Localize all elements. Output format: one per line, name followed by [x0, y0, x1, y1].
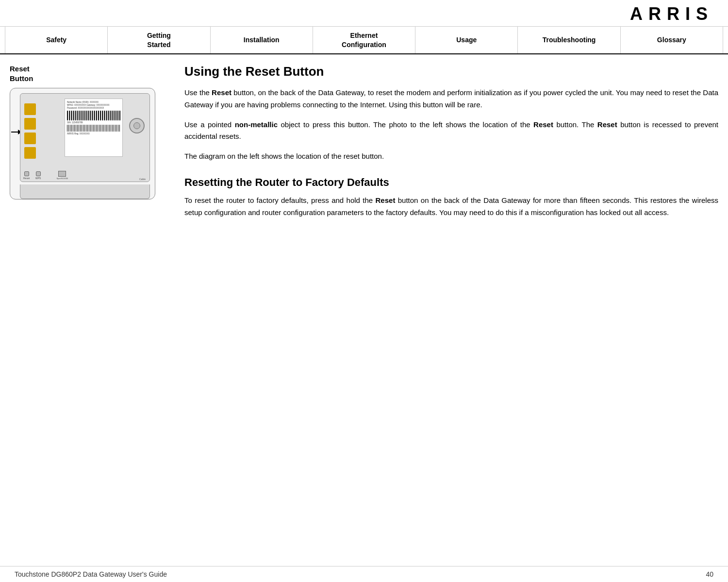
label-line-2: WPA2: XXXXXXXX Gateway: XXXXXXXXX: [67, 104, 120, 106]
main-section-title: Using the Reset Button: [184, 64, 718, 79]
device-button-3: [24, 133, 36, 144]
reset-label-small: Reset: [23, 177, 30, 180]
arrow-line: [11, 132, 18, 133]
navigation-bar: Safety Getting Started Installation Ethe…: [0, 27, 728, 54]
content-para-2: Use a pointed non-metallic object to pre…: [184, 119, 718, 143]
cable-label: Cable: [139, 178, 146, 181]
cable-port-inner: [133, 122, 140, 129]
nav-safety[interactable]: Safety: [5, 27, 108, 53]
content-para-3: The diagram on the left shows the locati…: [184, 150, 718, 163]
wps-mini-icon: [36, 171, 41, 176]
page-footer: Touchstone DG860P2 Data Gateway User's G…: [0, 566, 728, 582]
page-number: 40: [706, 570, 713, 578]
sync-mini-icon: [58, 171, 66, 177]
device-bottom-icons: Reset WPS SyncNG1000: [23, 171, 68, 180]
device-label-sticker: Network Name (SSID): XXXXXX WPA2: XXXXXX…: [65, 99, 123, 157]
nav-installation[interactable]: Installation: [211, 27, 313, 53]
content-para-1: Use the Reset button, on the back of the…: [184, 87, 718, 111]
nav-troubleshooting[interactable]: Troubleshooting: [518, 27, 620, 53]
device-diagram: Network Name (SSID): XXXXXX WPA2: XXXXXX…: [10, 88, 155, 200]
label-line-3: Password: XXXXXXXXXXXXXXXXXX: [67, 107, 120, 109]
nav-getting-started[interactable]: Getting Started: [108, 27, 210, 53]
sync-icon-area: SyncNG1000: [56, 171, 68, 180]
main-content: Reset Button Networ: [0, 54, 728, 236]
page-header: ARRIS: [0, 0, 728, 27]
nav-glossary[interactable]: Glossary: [621, 27, 723, 53]
device-bottom-bar: [20, 184, 150, 199]
label-line-4: ARRIS Reg: XXXXXXX: [67, 133, 120, 135]
reset-mini-icon: [24, 171, 29, 176]
barcode-1: [67, 111, 120, 120]
device-button-4: [24, 147, 36, 159]
nav-ethernet-config[interactable]: Ethernet Configuration: [313, 27, 415, 53]
document-title: Touchstone DG860P2 Data Gateway User's G…: [15, 570, 167, 578]
cable-connector-area: [129, 118, 145, 133]
right-panel: Using the Reset Button Use the Reset but…: [180, 64, 718, 227]
cable-port: [129, 118, 145, 133]
reset-icon-area: Reset: [23, 171, 30, 180]
barcode-2: [67, 125, 120, 132]
sub-section-title: Resetting the Router to Factory Defaults: [184, 176, 718, 189]
wps-label-small: WPS: [35, 177, 41, 180]
device-button-1: [24, 103, 36, 115]
content-para-4: To reset the router to factory defaults,…: [184, 195, 718, 219]
nav-usage[interactable]: Usage: [415, 27, 518, 53]
wps-icon-area: WPS: [35, 171, 41, 180]
device-button-2: [24, 118, 36, 130]
arris-logo: ARRIS: [630, 4, 713, 24]
label-line-1: Network Name (SSID): XXXXXX: [67, 101, 120, 103]
serial-label: S/N: 123456789: [67, 121, 120, 124]
left-panel: Reset Button Networ: [10, 64, 165, 227]
reset-button-label: Reset Button: [10, 64, 165, 83]
sync-label-small: SyncNG1000: [56, 177, 68, 180]
